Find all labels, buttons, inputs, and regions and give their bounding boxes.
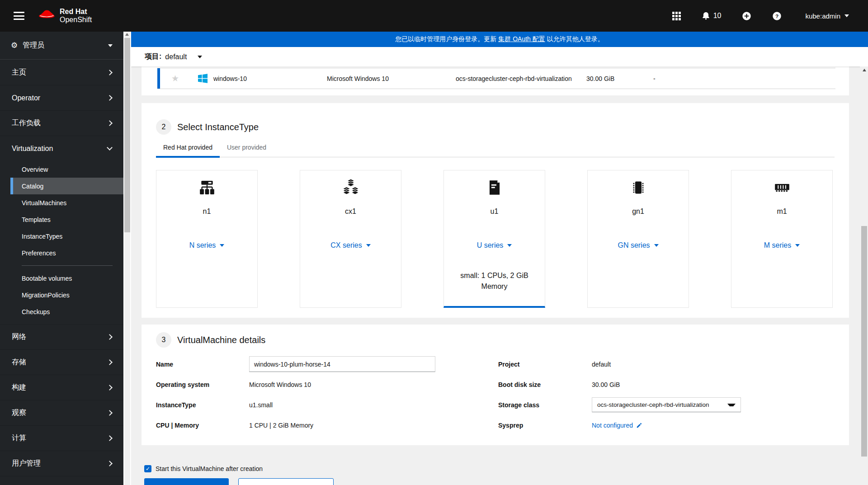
sidebar-scrollbar xyxy=(123,32,131,485)
instancetype-card-n1[interactable]: n1 N series xyxy=(156,170,258,308)
volume-os: Microsoft Windows 10 xyxy=(327,75,456,82)
project-label: 项目: xyxy=(145,52,161,61)
svg-text:?: ? xyxy=(775,13,778,19)
sidebar-item-catalog[interactable]: Catalog xyxy=(10,178,123,194)
section-title: VirtualMachine details xyxy=(177,335,265,345)
sidebar-item-virtualmachines[interactable]: VirtualMachines xyxy=(10,194,123,211)
sidebar-item-templates[interactable]: Templates xyxy=(10,211,123,228)
sidebar-item-user-management[interactable]: 用户管理 xyxy=(0,451,123,476)
secondary-action-button[interactable] xyxy=(238,478,334,485)
sidebar-item-observe[interactable]: 观察 xyxy=(0,400,123,425)
stacked-boxes-icon xyxy=(342,179,359,197)
favorite-star-icon[interactable]: ★ xyxy=(157,73,198,84)
vm-name-input[interactable] xyxy=(249,356,435,372)
volume-name: windows-10 xyxy=(213,75,247,82)
chevron-right-icon xyxy=(107,70,113,75)
scrollbar-up-arrow-icon[interactable] xyxy=(863,69,866,71)
chevron-right-icon xyxy=(107,385,113,391)
network-rack-icon xyxy=(198,179,216,197)
scrollbar-thumb[interactable] xyxy=(861,226,867,457)
volume-size: 30.00 GiB xyxy=(586,75,653,82)
help-question-icon[interactable]: ? xyxy=(772,11,782,21)
instancetype-label: InstanceType xyxy=(156,401,249,409)
sidebar-item-home[interactable]: 主页 xyxy=(0,60,123,85)
sysprep-edit-link[interactable]: Not configured xyxy=(592,422,642,429)
sidebar-item-overview[interactable]: Overview xyxy=(10,161,123,178)
user-name: kube:admin xyxy=(805,12,840,20)
sidebar-item-compute[interactable]: 计算 xyxy=(0,425,123,451)
sidebar-item-builds[interactable]: 构建 xyxy=(0,375,123,400)
sidebar-item-bootable-volumes[interactable]: Bootable volumes xyxy=(10,270,123,287)
instancetype-card-cx1[interactable]: cx1 CX series xyxy=(300,170,401,308)
perspective-switcher[interactable]: ⚙ 管理员 xyxy=(0,32,123,60)
volume-storage-class: ocs-storagecluster-ceph-rbd-virtualizati… xyxy=(456,75,586,82)
hamburger-menu-icon[interactable] xyxy=(14,12,24,20)
sidebar-item-clipped[interactable] xyxy=(0,476,123,485)
select-instancetype-section: 2 Select InstanceType Red Hat provided U… xyxy=(142,103,849,318)
series-dropdown[interactable]: M series xyxy=(764,241,800,250)
instancetype-tabs: Red Hat provided User provided xyxy=(156,139,835,157)
sidebar-nav: ⚙ 管理员 主页 Operator 工作负载 Virtualization Ov… xyxy=(0,32,123,485)
oauth-config-link[interactable]: 集群 OAuth 配置 xyxy=(498,35,545,43)
instancetype-name: n1 xyxy=(203,207,211,216)
caret-down-icon xyxy=(366,244,371,247)
caret-down-icon xyxy=(507,244,512,247)
primary-action-button[interactable] xyxy=(144,478,229,485)
boot-disk-size-label: Boot disk size xyxy=(498,381,592,388)
caret-down-icon xyxy=(727,404,736,406)
memory-dimm-icon xyxy=(774,179,791,197)
instancetype-name: cx1 xyxy=(345,207,356,216)
tab-user-provided[interactable]: User provided xyxy=(220,139,274,157)
sidebar-item-preferences[interactable]: Preferences xyxy=(10,245,123,261)
user-menu[interactable]: kube:admin xyxy=(805,12,849,20)
series-dropdown[interactable]: CX series xyxy=(330,241,370,250)
instancetype-card-m1[interactable]: m1 M series xyxy=(731,170,833,308)
caret-down-icon xyxy=(108,44,113,47)
storage-class-select[interactable]: ocs-storagecluster-ceph-rbd-virtualizati… xyxy=(592,397,741,412)
series-dropdown[interactable]: GN series xyxy=(618,241,658,250)
brand-logo[interactable]: Red Hat OpenShift xyxy=(39,8,92,24)
instancetype-card-u1[interactable]: u1 U series small: 1 CPUs, 2 GiB Memory xyxy=(443,170,545,308)
project-selector[interactable]: 项目: default xyxy=(131,47,868,66)
project-value: default xyxy=(592,361,611,368)
instancetype-name: u1 xyxy=(491,207,499,216)
windows-logo-icon xyxy=(198,73,208,84)
chevron-right-icon xyxy=(107,461,113,466)
masthead: Red Hat OpenShift 10 ? kube:admin xyxy=(0,0,868,32)
sidebar-item-checkups[interactable]: Checkups xyxy=(10,303,123,320)
instancetype-value: u1.small xyxy=(249,401,273,409)
tab-redhat-provided[interactable]: Red Hat provided xyxy=(156,139,220,157)
sidebar-item-label: 网络 xyxy=(12,332,26,342)
caret-down-icon xyxy=(198,56,202,58)
add-plus-icon[interactable] xyxy=(742,11,751,21)
series-dropdown[interactable]: U series xyxy=(477,241,512,250)
sidebar-item-instancetypes[interactable]: InstanceTypes xyxy=(10,228,123,245)
volume-extra: - xyxy=(653,75,835,82)
table-row[interactable]: ★ windows-10 Microsoft Windows 10 ocs-st… xyxy=(157,68,835,89)
sidebar-item-migrationpolicies[interactable]: MigrationPolicies xyxy=(10,287,123,303)
sidebar-item-label: Operator xyxy=(12,94,40,102)
scrollbar-thumb[interactable] xyxy=(124,38,130,232)
sidebar-item-label: 主页 xyxy=(12,68,26,77)
banner-text-suffix: 以允许其他人登录。 xyxy=(547,35,604,43)
sidebar-item-storage[interactable]: 存储 xyxy=(0,349,123,375)
server-tower-icon xyxy=(486,179,503,197)
login-notice-banner: 您已以临时管理用户身份登录。更新 集群 OAuth 配置 以允许其他人登录。 xyxy=(131,32,868,47)
sidebar-item-label: 工作负载 xyxy=(12,118,41,128)
scrollbar-up-arrow-icon[interactable] xyxy=(125,33,129,36)
sidebar-item-operator[interactable]: Operator xyxy=(0,85,123,110)
chevron-right-icon xyxy=(107,120,113,126)
series-dropdown[interactable]: N series xyxy=(189,241,225,250)
start-vm-checkbox-label: Start this VirtualMachine after creation xyxy=(156,465,263,472)
selected-row-indicator xyxy=(157,68,160,89)
name-label: Name xyxy=(156,361,249,368)
start-vm-checkbox[interactable]: ✓ xyxy=(144,465,151,472)
instancetype-card-gn1[interactable]: gn1 GN series xyxy=(587,170,689,308)
instancetype-name: m1 xyxy=(777,207,787,216)
sidebar-item-network[interactable]: 网络 xyxy=(0,324,123,349)
notifications-bell-icon[interactable]: 10 xyxy=(702,11,722,20)
app-launcher-icon[interactable] xyxy=(672,12,681,20)
sidebar-item-workloads[interactable]: 工作负载 xyxy=(0,110,123,136)
sidebar-item-label: 用户管理 xyxy=(12,459,41,468)
sidebar-item-virtualization[interactable]: Virtualization xyxy=(0,136,123,161)
